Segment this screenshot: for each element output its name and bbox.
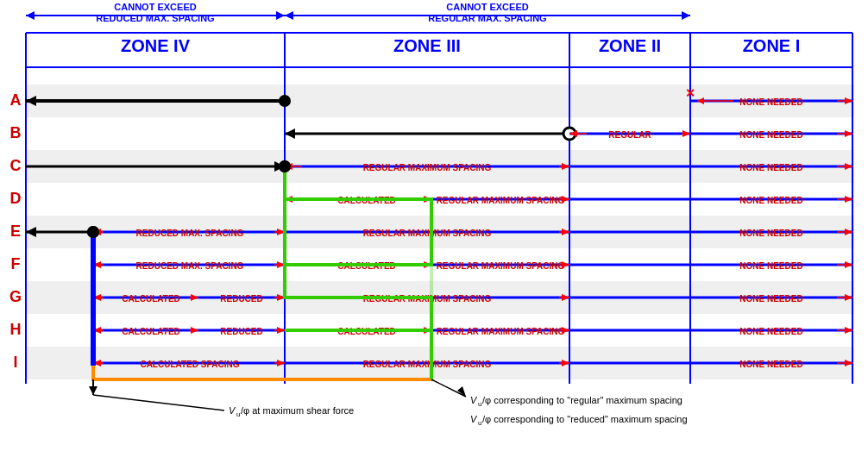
svg-text:REGULAR MAXIMUM SPACING: REGULAR MAXIMUM SPACING: [363, 229, 492, 238]
svg-text:NONE NEEDED: NONE NEEDED: [739, 261, 802, 271]
svg-text:CANNOT EXCEED: CANNOT EXCEED: [446, 2, 528, 12]
svg-text:/φ at maximum shear force: /φ at maximum shear force: [241, 405, 354, 416]
svg-marker-6: [26, 11, 35, 20]
svg-text:REGULAR MAXIMUM SPACING: REGULAR MAXIMUM SPACING: [363, 360, 492, 369]
svg-marker-10: [682, 11, 690, 20]
svg-point-37: [279, 95, 291, 107]
svg-marker-109: [562, 261, 569, 268]
svg-text:ZONE II: ZONE II: [599, 36, 661, 55]
svg-text:/φ corresponding to "regular" : /φ corresponding to "regular" maximum sp…: [482, 395, 682, 405]
svg-text:NONE NEEDED: NONE NEEDED: [739, 327, 802, 336]
svg-text:CALCULATED SPACING: CALCULATED SPACING: [140, 360, 239, 369]
svg-text:H: H: [10, 321, 22, 338]
svg-text:REDUCED MAX. SPACING: REDUCED MAX. SPACING: [136, 261, 244, 271]
svg-text:REDUCED: REDUCED: [220, 327, 262, 336]
svg-text:D: D: [10, 190, 22, 207]
svg-text:REGULAR MAXIMUM SPACING: REGULAR MAXIMUM SPACING: [437, 261, 565, 271]
svg-text:/φ corresponding to "reduced" : /φ corresponding to "reduced" maximum sp…: [482, 414, 688, 424]
svg-text:V: V: [470, 395, 478, 405]
svg-marker-112: [845, 261, 852, 268]
svg-text:u: u: [236, 410, 240, 418]
svg-text:NONE NEEDED: NONE NEEDED: [739, 196, 802, 205]
svg-marker-48: [285, 128, 295, 139]
svg-text:NONE NEEDED: NONE NEEDED: [739, 360, 802, 369]
svg-text:NONE NEEDED: NONE NEEDED: [739, 130, 802, 140]
svg-text:NONE NEEDED: NONE NEEDED: [739, 229, 802, 238]
svg-text:NONE NEEDED: NONE NEEDED: [739, 97, 802, 107]
svg-marker-82: [845, 196, 852, 203]
svg-text:ZONE IV: ZONE IV: [121, 36, 191, 55]
svg-text:u: u: [478, 419, 481, 427]
svg-text:REGULAR MAXIMUM SPACING: REGULAR MAXIMUM SPACING: [363, 163, 492, 172]
diagram-svg: CANNOT EXCEED REDUCED MAX. SPACING CANNO…: [0, 0, 868, 451]
svg-text:REGULAR: REGULAR: [608, 130, 651, 140]
svg-text:ZONE I: ZONE I: [743, 36, 801, 55]
svg-text:CANNOT EXCEED: CANNOT EXCEED: [114, 2, 196, 12]
svg-text:NONE NEEDED: NONE NEEDED: [739, 163, 802, 172]
diagram-container: CANNOT EXCEED REDUCED MAX. SPACING CANNO…: [0, 0, 868, 451]
svg-marker-7: [276, 11, 285, 20]
svg-text:REDUCED MAX. SPACING: REDUCED MAX. SPACING: [96, 13, 214, 23]
svg-text:E: E: [10, 222, 21, 240]
svg-text:F: F: [11, 255, 21, 272]
svg-text:G: G: [9, 288, 22, 305]
svg-text:B: B: [10, 124, 22, 141]
svg-text:✕: ✕: [685, 86, 695, 100]
svg-text:CALCULATED: CALCULATED: [122, 294, 180, 304]
svg-marker-79: [562, 196, 569, 203]
svg-text:I: I: [13, 354, 17, 371]
svg-marker-136: [277, 327, 285, 334]
svg-text:V: V: [229, 405, 236, 416]
svg-line-162: [93, 395, 224, 410]
svg-text:C: C: [10, 157, 22, 174]
svg-text:REDUCED: REDUCED: [220, 294, 262, 304]
svg-marker-142: [562, 327, 569, 334]
svg-marker-55: [682, 130, 690, 137]
svg-marker-161: [89, 386, 97, 395]
svg-text:V: V: [470, 414, 478, 424]
svg-text:NONE NEEDED: NONE NEEDED: [739, 294, 802, 304]
svg-point-176: [87, 226, 99, 238]
svg-marker-133: [191, 327, 198, 334]
svg-text:CALCULATED: CALCULATED: [122, 327, 180, 336]
svg-text:REGULAR MAXIMUM SPACING: REGULAR MAXIMUM SPACING: [437, 196, 565, 205]
svg-marker-9: [285, 11, 293, 20]
svg-point-158: [279, 160, 291, 172]
svg-marker-145: [845, 327, 852, 334]
svg-text:u: u: [478, 400, 481, 408]
svg-marker-58: [845, 130, 852, 137]
svg-text:REDUCED MAX. SPACING: REDUCED MAX. SPACING: [136, 229, 244, 238]
svg-text:REGULAR MAXIMUM SPACING: REGULAR MAXIMUM SPACING: [437, 327, 565, 336]
svg-rect-175: [91, 232, 96, 366]
svg-text:ZONE III: ZONE III: [393, 36, 461, 55]
svg-text:REGULAR MAX. SPACING: REGULAR MAX. SPACING: [428, 13, 546, 23]
svg-text:A: A: [10, 91, 22, 109]
